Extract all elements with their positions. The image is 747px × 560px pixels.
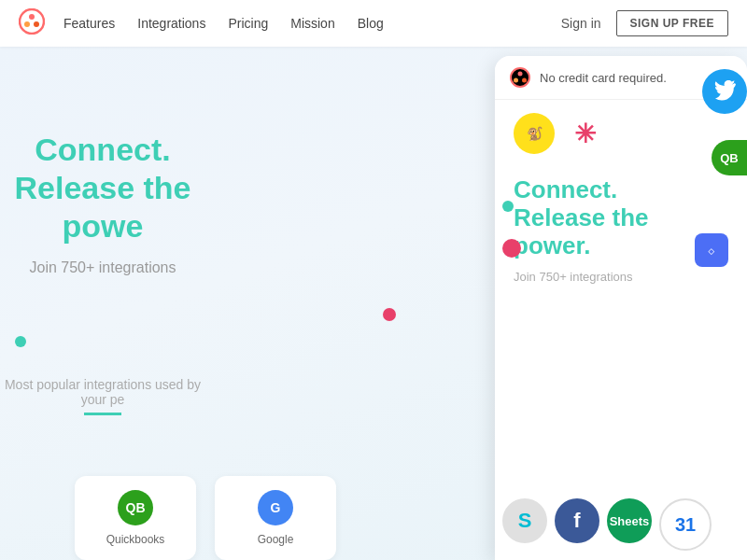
panel-bottom-icons: S f Sheets 31 [495,489,747,560]
svg-text:🐒: 🐒 [527,126,543,142]
hero-section: Connect. Release the powe Join 750+ inte… [0,47,747,560]
quickbooks-card[interactable]: QB Quickbooks [75,476,196,560]
hero-subtitle: Join 750+ integrations [0,259,205,276]
svg-point-1 [29,14,35,20]
nav-links: Features Integrations Pricing Mission Bl… [63,16,561,31]
panel-subtitle: Join 750+ integrations [514,270,728,284]
smartsheet-icon[interactable]: S [502,498,547,543]
twitter-icon [702,69,747,114]
pink-dot-decoration [383,308,396,321]
service-icons: 🐒 ✳ [495,100,747,167]
google-icon: G [258,490,293,525]
integration-underline [84,413,121,415]
navbar: Features Integrations Pricing Mission Bl… [0,0,747,47]
svg-point-2 [24,21,30,27]
nav-features[interactable]: Features [63,16,115,31]
google-card[interactable]: G Google [215,476,336,560]
panel-teal-dot [502,201,514,212]
google-label: Google [258,533,294,546]
svg-point-4 [511,68,529,87]
nav-right: Sign in SIGN UP FREE [561,10,728,36]
qb-panel-edge: QB [712,140,747,175]
nav-pricing[interactable]: Pricing [228,16,268,31]
blue-app-icon-container: ⬦ [695,233,728,267]
svg-point-5 [518,72,523,77]
svg-point-7 [522,78,527,83]
integration-label: Most popular integrations used by your p… [0,377,205,407]
facebook-icon[interactable]: f [555,498,599,543]
nav-integrations[interactable]: Integrations [137,16,205,31]
integration-cards: QB Quickbooks G Google [75,476,336,560]
teal-dot-left [15,336,26,347]
nav-blog[interactable]: Blog [358,16,384,31]
signup-button[interactable]: SIGN UP FREE [616,10,728,36]
hero-content: Connect. Release the powe Join 750+ inte… [0,131,205,276]
qb-icon: QB [118,490,153,525]
right-panel: No credit card required. QB 🐒 ✳ [495,56,747,560]
svg-point-3 [34,21,39,27]
nav-mission[interactable]: Mission [290,16,334,31]
qb-label: Quickbooks [106,533,165,546]
asterisk-icon: ✳ [568,117,601,150]
blue-app-icon: ⬦ [695,233,728,267]
google-sheets-icon[interactable]: Sheets [607,498,652,543]
hero-title: Connect. Release the powe [0,131,205,245]
panel-pink-dot [502,239,521,258]
mailchimp-icon: 🐒 [514,113,555,154]
no-cc-text: No credit card required. [540,71,667,85]
svg-point-0 [20,9,44,34]
svg-point-6 [514,78,518,83]
sign-in-link[interactable]: Sign in [561,16,601,31]
nav-logo [19,8,63,38]
google-calendar-icon[interactable]: 31 [659,498,712,551]
